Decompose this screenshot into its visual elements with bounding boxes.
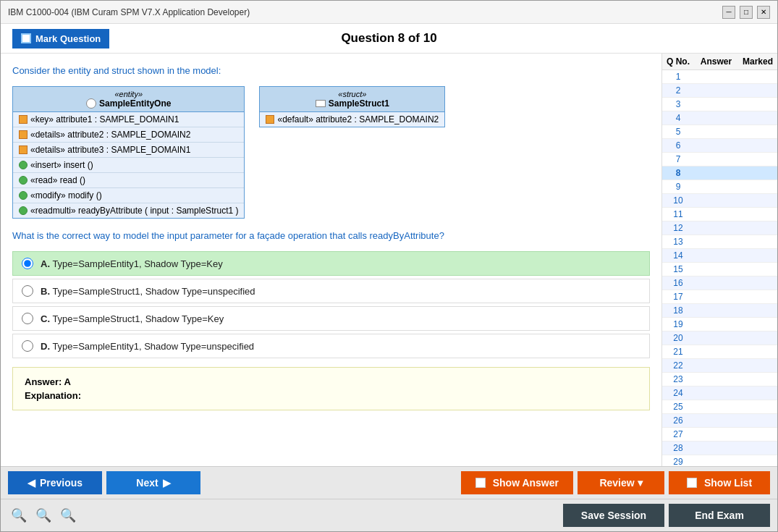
- zoom-reset-button[interactable]: 🔍: [33, 506, 54, 525]
- list-item: 18: [662, 304, 777, 318]
- entity-header: «entity» SampleEntityOne: [13, 87, 244, 112]
- method-readmulti-icon: [19, 206, 28, 215]
- entity-diagram: «entity» SampleEntityOne «key» attribute…: [12, 86, 245, 219]
- list-item: 8: [662, 166, 777, 180]
- attr-details-icon-2: [19, 145, 28, 154]
- prev-arrow-icon: ◀: [28, 477, 35, 489]
- method-insert-icon: [19, 161, 28, 169]
- entity-circle-icon: [86, 98, 96, 109]
- struct-name-text: SampleStruct1: [329, 98, 389, 109]
- answer-box: Answer: A Explanation:: [12, 367, 650, 410]
- list-item: 27: [662, 428, 777, 442]
- option-a-row[interactable]: A. Type=SampleEntity1, Shadow Type=Key: [12, 251, 650, 276]
- entity-attr-3-text: «details» attribute3 : SAMPLE_DOMAIN1: [30, 145, 190, 155]
- entity-method-4: «readmulti» readyByAttribute ( input : S…: [13, 203, 244, 218]
- zoom-controls: 🔍 🔍 🔍: [8, 506, 79, 525]
- save-session-button[interactable]: Save Session: [563, 504, 664, 527]
- entity-method-1: «insert» insert (): [13, 158, 244, 173]
- option-c-row[interactable]: C. Type=SampleStruct1, Shadow Type=Key: [12, 306, 650, 331]
- main-area: Consider the entity and struct shown in …: [1, 54, 777, 466]
- option-c-radio[interactable]: [22, 313, 33, 324]
- sidebar-col-marked: Marked: [740, 56, 776, 67]
- question-sidebar: Q No. Answer Marked 1 2 3 4 5 6 7 8 9 10…: [661, 54, 777, 466]
- review-button[interactable]: Review ▾: [578, 471, 664, 494]
- next-button[interactable]: Next ▶: [106, 471, 200, 494]
- list-item: 1: [662, 70, 777, 84]
- attr-details-icon-1: [19, 130, 28, 139]
- option-b-radio[interactable]: [22, 285, 33, 297]
- option-a-radio[interactable]: [22, 258, 33, 269]
- options-area: A. Type=SampleEntity1, Shadow Type=Key B…: [12, 251, 650, 358]
- entity-method-2-text: «read» read (): [30, 175, 85, 185]
- end-exam-button[interactable]: End Exam: [669, 504, 770, 527]
- mark-question-button[interactable]: Mark Question: [12, 29, 109, 48]
- list-item: 14: [662, 249, 777, 263]
- option-b-row[interactable]: B. Type=SampleStruct1, Shadow Type=unspe…: [12, 279, 650, 303]
- option-d-radio[interactable]: [22, 340, 33, 352]
- list-item: 23: [662, 373, 777, 387]
- list-item: 21: [662, 345, 777, 359]
- answer-label: Answer: A: [25, 376, 638, 387]
- explanation-label: Explanation:: [25, 390, 638, 401]
- struct-diagram: «struct» SampleStruct1 «default» attribu…: [259, 86, 445, 127]
- list-item: 4: [662, 111, 777, 125]
- sidebar-rows-container: 1 2 3 4 5 6 7 8 9 10 11 12 13 14 15 16 1…: [662, 70, 777, 466]
- zoom-out-button[interactable]: 🔍: [57, 506, 79, 525]
- title-bar: IBM C1000-004 (IBM Curam SPM V7.X Applic…: [1, 1, 777, 24]
- question-prompt: What is the correct way to model the inp…: [12, 230, 650, 241]
- entity-name-text: SampleEntityOne: [99, 98, 171, 109]
- bottom-nav-bar: ◀ Previous Next ▶ Show Answer Review ▾ ✓…: [1, 466, 777, 499]
- option-b-text: B. Type=SampleStruct1, Shadow Type=unspe…: [41, 286, 255, 297]
- question-intro-text: Consider the entity and struct shown in …: [12, 65, 650, 76]
- list-item: 11: [662, 208, 777, 221]
- list-item: 12: [662, 221, 777, 235]
- list-item: 22: [662, 359, 777, 373]
- entity-method-3: «modify» modify (): [13, 188, 244, 203]
- entity-attr-1-text: «key» attribute1 : SAMPLE_DOMAIN1: [30, 114, 179, 124]
- entity-attr-3: «details» attribute3 : SAMPLE_DOMAIN1: [13, 143, 244, 158]
- zoom-in-button[interactable]: 🔍: [8, 506, 30, 525]
- show-list-button[interactable]: ✓ Show List: [669, 471, 770, 494]
- list-item: 13: [662, 235, 777, 249]
- struct-header: «struct» SampleStruct1: [260, 87, 444, 112]
- window-title: IBM C1000-004 (IBM Curam SPM V7.X Applic…: [8, 7, 250, 17]
- entity-method-4-text: «readmulti» readyByAttribute ( input : S…: [30, 206, 238, 216]
- maximize-button[interactable]: □: [740, 6, 753, 19]
- entity-attr-2-text: «details» attribute2 : SAMPLE_DOMAIN2: [30, 130, 190, 140]
- list-item: 5: [662, 125, 777, 139]
- list-item: 7: [662, 153, 777, 166]
- list-item: 2: [662, 84, 777, 98]
- entity-attr-1: «key» attribute1 : SAMPLE_DOMAIN1: [13, 112, 244, 127]
- list-item: 29: [662, 455, 777, 466]
- close-button[interactable]: ✕: [757, 6, 770, 19]
- next-arrow-icon: ▶: [163, 477, 171, 489]
- list-item: 9: [662, 180, 777, 194]
- struct-name: SampleStruct1: [266, 98, 439, 109]
- action-bar: 🔍 🔍 🔍 Save Session End Exam: [1, 499, 777, 531]
- list-item: 20: [662, 332, 777, 345]
- list-item: 24: [662, 387, 777, 400]
- entity-name: SampleEntityOne: [19, 98, 238, 109]
- entity-method-2: «read» read (): [13, 173, 244, 188]
- option-d-text: D. Type=SampleEntity1, Shadow Type=unspe…: [41, 341, 254, 352]
- minimize-button[interactable]: ─: [722, 6, 735, 19]
- struct-attr-1-text: «default» attribute2 : SAMPLE_DOMAIN2: [277, 114, 439, 124]
- option-c-text: C. Type=SampleStruct1, Shadow Type=Key: [41, 313, 224, 324]
- option-d-row[interactable]: D. Type=SampleEntity1, Shadow Type=unspe…: [12, 334, 650, 358]
- list-item: 16: [662, 276, 777, 290]
- list-item: 26: [662, 414, 777, 428]
- header: Mark Question Question 8 of 10: [1, 24, 777, 54]
- entity-method-1-text: «insert» insert (): [30, 160, 93, 170]
- struct-attr-icon: [266, 115, 274, 124]
- content-area: Consider the entity and struct shown in …: [1, 54, 661, 466]
- mark-checkbox-icon: [21, 33, 31, 43]
- sidebar-col-answer: Answer: [693, 56, 740, 67]
- entity-attr-2: «details» attribute2 : SAMPLE_DOMAIN2: [13, 127, 244, 143]
- list-item: 6: [662, 139, 777, 153]
- sidebar-col-qno: Q No.: [664, 56, 693, 67]
- list-item: 3: [662, 98, 777, 111]
- previous-button[interactable]: ◀ Previous: [8, 471, 102, 494]
- entity-stereotype: «entity»: [19, 90, 238, 98]
- diagram-area: «entity» SampleEntityOne «key» attribute…: [12, 86, 650, 219]
- show-answer-button[interactable]: Show Answer: [461, 471, 573, 494]
